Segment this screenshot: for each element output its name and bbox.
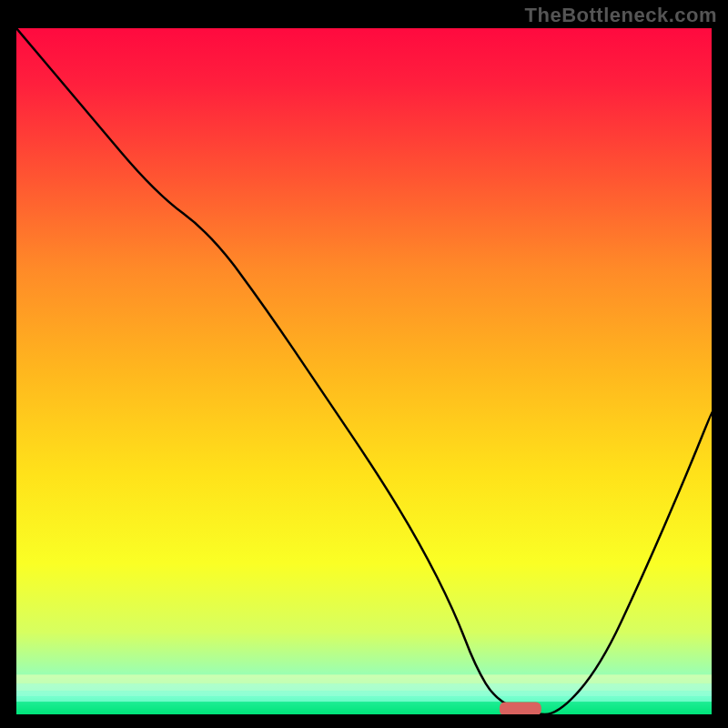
green-band xyxy=(16,674,712,714)
plot-frame xyxy=(14,25,714,717)
chart-container: TheBottleneck.com xyxy=(0,0,728,728)
gradient-background xyxy=(16,28,712,714)
svg-rect-4 xyxy=(16,702,712,714)
svg-rect-2 xyxy=(16,691,712,696)
optimal-marker xyxy=(500,702,541,714)
svg-rect-1 xyxy=(16,683,712,691)
svg-rect-0 xyxy=(16,674,712,683)
chart-svg xyxy=(16,28,712,714)
watermark-text: TheBottleneck.com xyxy=(525,4,717,27)
svg-rect-3 xyxy=(16,696,712,702)
